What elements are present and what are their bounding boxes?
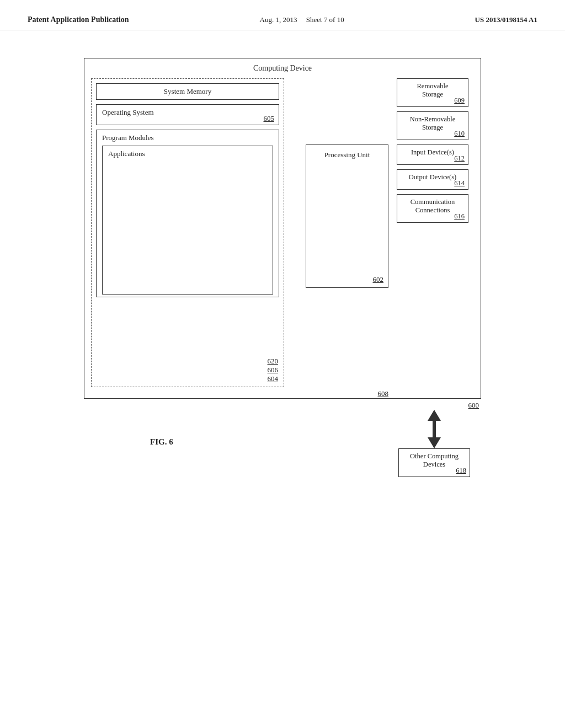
system-memory-label: System Memory [102, 87, 273, 96]
removable-storage-ref: 609 [454, 97, 465, 105]
other-computing-devices-box: Other ComputingDevices 618 [398, 448, 470, 477]
dashed-region: System Memory Operating System 605 Progr… [91, 78, 284, 387]
input-devices-box: Input Device(s) 612 [397, 144, 468, 165]
prog-modules-box: Program Modules Applications [96, 130, 279, 297]
header-date: Aug. 1, 2013 [260, 15, 297, 24]
double-arrow-icon [418, 410, 451, 448]
other-computing-ref: 618 [456, 467, 466, 475]
computing-device-box: Computing Device System Memory Operating… [84, 58, 481, 399]
input-devices-ref: 612 [454, 154, 465, 163]
ref-620: 620 [268, 357, 279, 366]
non-removable-storage-ref: 610 [454, 130, 465, 138]
non-removable-storage-box: Non-RemovableStorage 610 [397, 111, 468, 140]
header-left: Patent Application Publication [28, 15, 129, 24]
header-sheet: Sheet 7 of 10 [306, 15, 344, 24]
cd-inner-wrapper: System Memory Operating System 605 Progr… [91, 78, 474, 387]
comm-connections-ref: 616 [454, 212, 465, 221]
svg-marker-1 [428, 437, 441, 448]
removable-storage-box: RemovableStorage 609 [397, 78, 468, 107]
applications-box: Applications [102, 146, 273, 295]
bottom-section: FIG. 6 Other ComputingDevices 618 [84, 410, 481, 477]
applications-label: Applications [108, 149, 267, 158]
comm-connections-box: CommunicationConnections 616 [397, 194, 468, 223]
diagram-area: Computing Device System Memory Operating… [33, 47, 532, 477]
svg-marker-0 [428, 410, 441, 421]
ref-604: 604 [268, 374, 279, 383]
app-inner-space [108, 158, 267, 291]
page-header: Patent Application Publication Aug. 1, 2… [0, 0, 565, 30]
output-devices-ref: 614 [454, 179, 465, 188]
right-side-boxes: RemovableStorage 609 Non-RemovableStorag… [397, 78, 468, 227]
main-content: Computing Device System Memory Operating… [0, 30, 565, 494]
os-label: Operating System [102, 108, 273, 117]
processing-unit-box: Processing Unit 602 [306, 144, 388, 288]
svg-rect-2 [433, 420, 436, 438]
output-devices-box: Output Device(s) 614 [397, 169, 468, 190]
bottom-left: FIG. 6 [84, 410, 393, 447]
bottom-right: Other ComputingDevices 618 [393, 410, 476, 477]
header-center: Aug. 1, 2013 Sheet 7 of 10 [260, 15, 344, 24]
ref-608: 608 [378, 389, 389, 398]
header-right: US 2013/0198154 A1 [475, 15, 537, 24]
bottom-refs: 620 606 604 [268, 357, 279, 383]
ref-606: 606 [268, 366, 279, 374]
os-ref: 605 [264, 114, 275, 123]
fig-label: FIG. 6 [150, 437, 393, 447]
processing-unit-label: Processing Unit [311, 151, 383, 159]
computing-device-label: Computing Device [91, 64, 474, 73]
prog-modules-label: Program Modules [102, 133, 273, 142]
os-box: Operating System 605 [96, 104, 279, 125]
ref-600: 600 [84, 401, 481, 410]
system-memory-box: System Memory [96, 83, 279, 100]
processing-unit-ref: 602 [311, 275, 383, 284]
